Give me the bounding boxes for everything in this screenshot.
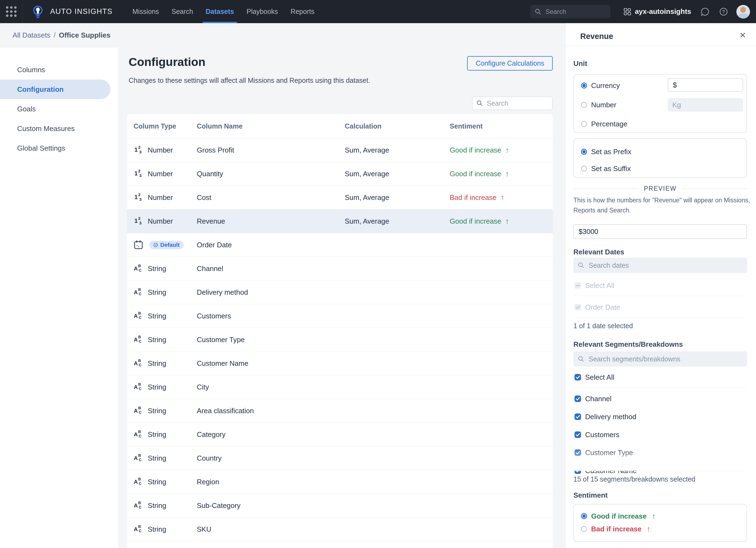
nav-link-datasets[interactable]: Datasets xyxy=(199,0,240,23)
radio-option-set-as-prefix[interactable]: Set as Prefix xyxy=(581,148,631,156)
up-arrow-icon: ↑ xyxy=(501,193,504,202)
app-grid-icon[interactable] xyxy=(6,6,17,17)
dates-search[interactable] xyxy=(573,258,747,273)
table-row-customer-name[interactable]: ABCString Customer Name xyxy=(127,352,553,375)
relevant-dates-label: Relevant Dates xyxy=(573,248,624,256)
table-search-input[interactable] xyxy=(486,99,548,108)
sidebar-item-global-settings[interactable]: Global Settings xyxy=(0,138,118,158)
checkbox-checked-icon xyxy=(574,304,581,310)
string-type-icon: ABC xyxy=(134,453,144,463)
table-row-customer-type[interactable]: ABCString Customer Type xyxy=(127,328,553,352)
table-row-category[interactable]: ABCString Category xyxy=(127,423,553,446)
brand-title: AUTO INSIGHTS xyxy=(50,7,113,16)
search-icon xyxy=(578,262,584,269)
table-row-sub-category[interactable]: ABCString Sub-Category xyxy=(127,494,553,517)
radio-icon xyxy=(581,102,587,108)
up-arrow-icon: ↑ xyxy=(505,217,509,226)
radio-icon xyxy=(581,121,587,127)
sidebar-item-goals[interactable]: Goals xyxy=(0,99,118,119)
segment-item-customers[interactable]: Customers xyxy=(574,431,619,438)
dates-search-input[interactable] xyxy=(588,261,743,270)
table-row-order-date[interactable]: Default Order Date xyxy=(127,233,553,257)
table-row-region[interactable]: ABCString Region xyxy=(127,470,553,494)
radio-option-number[interactable]: Number xyxy=(581,101,616,109)
breadcrumb-current: Office Supplies xyxy=(59,31,110,40)
up-arrow-icon: ↑ xyxy=(652,512,656,520)
segment-item-delivery-method[interactable]: Delivery method xyxy=(574,413,636,420)
panel-title: Revenue xyxy=(580,32,613,41)
nav-link-playbooks[interactable]: Playbooks xyxy=(240,0,284,23)
table-row-gross-profit[interactable]: 123Number Gross Profit Sum, Average Good… xyxy=(127,138,553,162)
org-switcher[interactable]: ayx-autoinsights xyxy=(624,7,691,16)
revenue-config-panel: Revenue ✕ Unit Currency Number Percentag… xyxy=(565,23,756,548)
sidebar-item-configuration[interactable]: Configuration xyxy=(0,80,110,99)
sentiment-label: Sentiment xyxy=(573,491,608,499)
segments-search-input[interactable] xyxy=(588,355,743,363)
panel-divider xyxy=(566,46,756,46)
table-row-city[interactable]: ABCString City xyxy=(127,375,553,399)
breadcrumb-parent-link[interactable]: All Datasets xyxy=(13,31,50,40)
radio-icon xyxy=(581,526,587,532)
radio-option-set-as-suffix[interactable]: Set as Suffix xyxy=(581,165,631,173)
preview-heading: PREVIEW xyxy=(573,185,747,192)
currency-symbol-input[interactable] xyxy=(668,78,743,92)
nav-right: ayx-autoinsights ? xyxy=(530,5,756,19)
breadcrumb-separator: / xyxy=(54,31,56,40)
preview-value-input[interactable] xyxy=(573,224,747,239)
global-search-input[interactable] xyxy=(545,8,606,16)
string-type-icon: ABC xyxy=(134,429,144,440)
default-badge: Default xyxy=(149,241,184,249)
svg-text:?: ? xyxy=(722,9,725,14)
nav-link-search[interactable]: Search xyxy=(165,0,199,23)
sentiment-option-good-if-increase[interactable]: Good if increase ↑ xyxy=(581,512,655,520)
search-icon xyxy=(476,100,483,107)
string-type-icon: ABC xyxy=(134,334,144,345)
brand[interactable]: AUTO INSIGHTS xyxy=(33,5,113,18)
close-icon[interactable]: ✕ xyxy=(739,31,746,40)
nav-link-reports[interactable]: Reports xyxy=(284,0,321,23)
divider xyxy=(573,387,747,388)
dates-select-all[interactable]: Select All xyxy=(574,282,614,289)
sidebar-item-custom-measures[interactable]: Custom Measures xyxy=(0,119,118,138)
table-row-customers[interactable]: ABCString Customers xyxy=(127,304,553,328)
sidebar-item-columns[interactable]: Columns xyxy=(0,60,118,80)
number-unit-input[interactable] xyxy=(668,98,743,112)
segment-item-customer-type[interactable]: Customer Type xyxy=(574,449,633,456)
global-search[interactable] xyxy=(530,5,610,18)
number-type-icon: 123 xyxy=(134,169,144,179)
table-row-quantity[interactable]: 123Number Quantity Sum, Average Good if … xyxy=(127,162,553,186)
configure-calculations-button[interactable]: Configure Calculations xyxy=(467,56,553,71)
checkbox-checked-icon xyxy=(574,413,581,420)
table-row-delivery-method[interactable]: ABCString Delivery method xyxy=(127,280,553,304)
segment-item-channel[interactable]: Channel xyxy=(574,395,612,402)
table-search[interactable] xyxy=(472,96,553,110)
nav-link-missions[interactable]: Missions xyxy=(126,0,165,23)
divider xyxy=(573,317,747,317)
number-type-icon: 123 xyxy=(134,192,144,203)
segments-search[interactable] xyxy=(573,351,747,366)
date-item-order-date[interactable]: Order Date xyxy=(574,304,620,311)
col-header-calculation: Calculation xyxy=(345,122,450,130)
table-row-revenue[interactable]: 123Number Revenue Sum, Average Good if i… xyxy=(127,210,553,233)
table-row-cost[interactable]: 123Number Cost Sum, Average Bad if incre… xyxy=(127,186,553,210)
chat-icon[interactable] xyxy=(700,7,710,16)
radio-icon xyxy=(581,513,587,519)
radio-icon xyxy=(581,149,587,155)
user-avatar[interactable] xyxy=(736,5,750,19)
string-type-icon: ABC xyxy=(134,500,144,511)
radio-option-currency[interactable]: Currency xyxy=(581,81,620,90)
number-type-icon: 123 xyxy=(134,216,144,226)
sentiment-option-bad-if-increase[interactable]: Bad if increase ↑ xyxy=(581,525,650,533)
table-row-channel[interactable]: ABCString Channel xyxy=(127,257,553,280)
table-row-area-classification[interactable]: ABCString Area classification xyxy=(127,399,553,423)
nav-divider xyxy=(23,0,23,23)
search-icon xyxy=(535,8,541,15)
up-arrow-icon: ↑ xyxy=(505,170,509,178)
table-row-country[interactable]: ABCString Country xyxy=(127,446,553,470)
segment-item-customer-name[interactable]: Customer Name xyxy=(574,467,637,474)
sentiment-group: Good if increase ↑ Bad if increase ↑ xyxy=(573,504,747,542)
segments-select-all[interactable]: Select All xyxy=(574,374,614,381)
radio-option-percentage[interactable]: Percentage xyxy=(581,120,627,128)
table-row-sku[interactable]: ABCString SKU xyxy=(127,517,553,541)
help-icon[interactable]: ? xyxy=(719,7,728,16)
